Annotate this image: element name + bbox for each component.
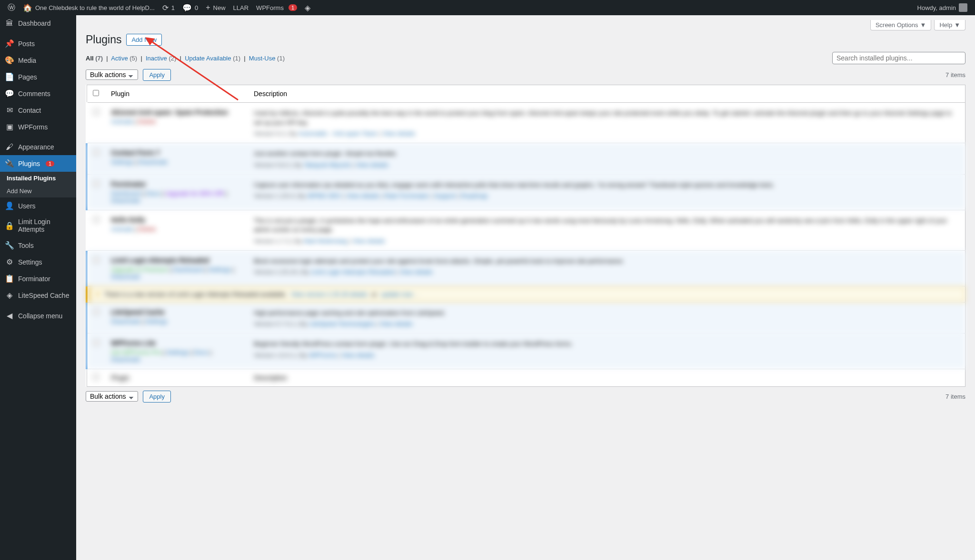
row-checkbox[interactable] bbox=[93, 216, 99, 223]
plugins-table: Plugin Description Akismet Anti-spam: Sp… bbox=[86, 85, 965, 387]
sidebar-collapse[interactable]: ◀Collapse menu bbox=[0, 307, 76, 324]
page-icon: 📄 bbox=[5, 72, 14, 81]
sidebar-item-tools[interactable]: 🔧Tools bbox=[0, 237, 76, 254]
llar-link[interactable]: LLAR bbox=[229, 0, 253, 15]
sidebar-sub-installed[interactable]: Installed Plugins bbox=[0, 172, 76, 185]
filter-update[interactable]: Update Available (1) bbox=[185, 55, 240, 62]
plug-icon: 🔌 bbox=[5, 159, 14, 168]
new-content-link[interactable]: +New bbox=[202, 0, 229, 15]
sidebar-label: Limit Login Attempts bbox=[18, 218, 71, 233]
sidebar-label: Settings bbox=[18, 258, 42, 266]
row-checkbox[interactable] bbox=[93, 149, 99, 156]
users-icon: 👤 bbox=[5, 201, 14, 210]
lock-icon: 🔒 bbox=[5, 221, 14, 230]
refresh-icon: ⟳ bbox=[162, 3, 169, 12]
collapse-icon: ◀ bbox=[5, 311, 14, 320]
filter-active[interactable]: Active (5) bbox=[111, 55, 137, 62]
wp-logo[interactable]: ⓦ bbox=[4, 0, 19, 15]
select-all-checkbox[interactable] bbox=[93, 90, 99, 96]
row-checkbox[interactable] bbox=[93, 257, 99, 263]
filter-links: All (7) | Active (5) | Inactive (2) | Up… bbox=[86, 55, 285, 62]
plugin-row: ForminatorDashboard | Docs | Upgrade for… bbox=[87, 174, 965, 210]
items-count-bottom: 7 items bbox=[945, 393, 965, 400]
page-title: Plugins bbox=[86, 33, 121, 46]
filter-all[interactable]: All (7) bbox=[86, 55, 103, 62]
admin-bar: ⓦ 🏠One Chlebdesk to rule the world of He… bbox=[0, 0, 975, 15]
howdy-link[interactable]: Howdy, admin bbox=[914, 0, 971, 15]
filter-inactive[interactable]: Inactive (2) bbox=[146, 55, 176, 62]
plugin-row: Akismet Anti-spam: Spam ProtectionActiva… bbox=[87, 103, 965, 143]
gear-icon: ⚙ bbox=[5, 257, 14, 266]
sidebar-submenu-plugins: Installed Plugins Add New bbox=[0, 172, 76, 197]
litespeed-toolbar[interactable]: ◈ bbox=[301, 0, 314, 15]
media-icon: 🎨 bbox=[5, 56, 14, 65]
row-checkbox[interactable] bbox=[93, 309, 99, 315]
plus-icon: + bbox=[206, 3, 210, 12]
updates-link[interactable]: ⟳1 bbox=[159, 0, 179, 15]
sidebar-label: Dashboard bbox=[18, 20, 51, 27]
comments-count: 0 bbox=[195, 4, 198, 11]
wpforms-label: WPForms bbox=[256, 4, 284, 11]
sidebar-label: WPForms bbox=[18, 123, 48, 131]
plugin-column-footer: Plugin bbox=[105, 369, 248, 387]
sidebar-item-posts[interactable]: 📌Posts bbox=[0, 35, 76, 52]
chevron-down-icon: ▼ bbox=[920, 21, 926, 29]
sidebar-item-limitlogin[interactable]: 🔒Limit Login Attempts bbox=[0, 214, 76, 237]
wrench-icon: 🔧 bbox=[5, 241, 14, 250]
help-button[interactable]: Help ▼ bbox=[934, 20, 965, 30]
pin-icon: 📌 bbox=[5, 39, 14, 48]
sidebar-item-comments[interactable]: 💬Comments bbox=[0, 85, 76, 102]
admin-sidebar: 🏛Dashboard 📌Posts 🎨Media 📄Pages 💬Comment… bbox=[0, 15, 76, 560]
mail-icon: ✉ bbox=[5, 106, 14, 115]
wpforms-link[interactable]: WPForms1 bbox=[252, 0, 301, 15]
sidebar-item-plugins[interactable]: 🔌Plugins1 bbox=[0, 155, 76, 172]
plugin-column-header: Plugin bbox=[105, 85, 248, 103]
sidebar-item-pages[interactable]: 📄Pages bbox=[0, 69, 76, 85]
plugin-row: LiteSpeed CacheDeactivate | Settings Hig… bbox=[87, 302, 965, 334]
row-checkbox[interactable] bbox=[93, 181, 99, 187]
sidebar-item-litespeed[interactable]: ◈LiteSpeed Cache bbox=[0, 287, 76, 304]
sidebar-item-wpforms[interactable]: ▣WPForms bbox=[0, 118, 76, 135]
wpforms-badge: 1 bbox=[289, 4, 297, 11]
sidebar-item-dashboard[interactable]: 🏛Dashboard bbox=[0, 15, 76, 31]
sidebar-label: Posts bbox=[18, 40, 35, 48]
screen-options-button[interactable]: Screen Options ▼ bbox=[870, 20, 931, 30]
comment-icon: 💬 bbox=[182, 3, 192, 12]
sidebar-label: Plugins bbox=[18, 160, 40, 167]
sidebar-label: LiteSpeed Cache bbox=[18, 292, 69, 299]
description-column-header: Description bbox=[248, 85, 965, 103]
select-all-checkbox-bottom[interactable] bbox=[93, 374, 99, 380]
updates-count: 1 bbox=[171, 4, 175, 11]
sidebar-sub-addnew[interactable]: Add New bbox=[0, 185, 76, 197]
litespeed-icon: ◈ bbox=[305, 3, 310, 12]
sidebar-item-forminator[interactable]: 📋Forminator bbox=[0, 270, 76, 287]
site-name-link[interactable]: 🏠One Chlebdesk to rule the world of Help… bbox=[19, 0, 159, 15]
bulk-actions-select-bottom[interactable]: Bulk actions bbox=[86, 391, 138, 402]
new-label: New bbox=[213, 4, 226, 11]
brush-icon: 🖌 bbox=[5, 143, 14, 151]
apply-button-top[interactable]: Apply bbox=[143, 69, 171, 81]
wordpress-icon: ⓦ bbox=[8, 3, 15, 13]
sidebar-item-users[interactable]: 👤Users bbox=[0, 197, 76, 214]
comments-link[interactable]: 💬0 bbox=[179, 0, 202, 15]
row-checkbox[interactable] bbox=[93, 340, 99, 346]
plugin-row: WPForms LiteGet WPForms Pro | Settings |… bbox=[87, 334, 965, 369]
sidebar-item-contact[interactable]: ✉Contact bbox=[0, 102, 76, 118]
plugins-badge: 1 bbox=[46, 161, 54, 167]
sidebar-item-appearance[interactable]: 🖌Appearance bbox=[0, 139, 76, 155]
sidebar-label: Media bbox=[18, 57, 36, 64]
sidebar-item-settings[interactable]: ⚙Settings bbox=[0, 254, 76, 270]
main-content: Screen Options ▼ Help ▼ Plugins Add New … bbox=[76, 15, 975, 560]
site-name-text: One Chlebdesk to rule the world of HelpD… bbox=[35, 4, 155, 11]
sidebar-label: Pages bbox=[18, 73, 37, 81]
search-input[interactable] bbox=[832, 52, 965, 64]
bulk-actions-select[interactable]: Bulk actions bbox=[86, 69, 138, 80]
filter-mustuse[interactable]: Must-Use (1) bbox=[249, 55, 285, 62]
apply-button-bottom[interactable]: Apply bbox=[143, 391, 171, 403]
sidebar-label: Forminator bbox=[18, 275, 50, 283]
add-new-button[interactable]: Add New bbox=[126, 34, 162, 46]
description-column-footer: Description bbox=[248, 369, 965, 387]
sidebar-item-media[interactable]: 🎨Media bbox=[0, 52, 76, 69]
sidebar-label: Appearance bbox=[18, 143, 54, 151]
row-checkbox[interactable] bbox=[93, 109, 99, 115]
